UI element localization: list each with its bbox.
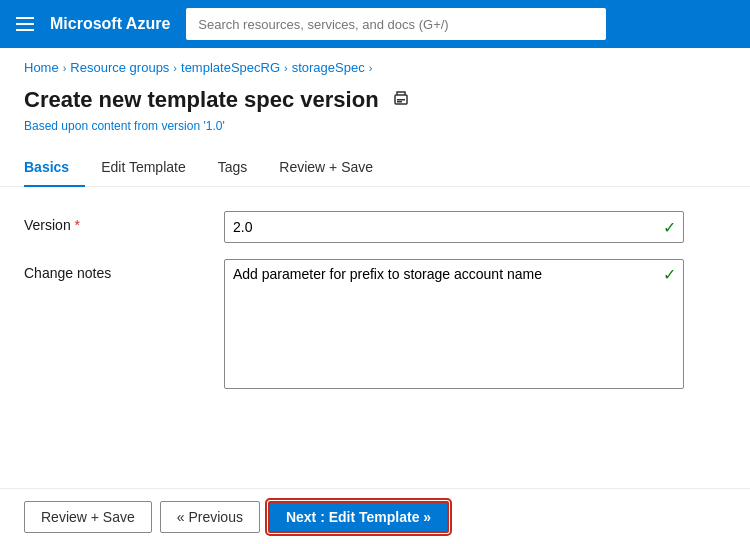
change-notes-input-group: Add parameter for prefix to storage acco…: [224, 259, 684, 389]
breadcrumb: Home › Resource groups › templateSpecRG …: [0, 48, 750, 79]
previous-button[interactable]: « Previous: [160, 501, 260, 533]
footer: Review + Save « Previous Next : Edit Tem…: [0, 488, 750, 544]
svg-rect-5: [397, 101, 402, 103]
review-save-button[interactable]: Review + Save: [24, 501, 152, 533]
breadcrumb-storage-spec[interactable]: storageSpec: [292, 60, 365, 75]
next-button[interactable]: Next : Edit Template »: [268, 501, 449, 533]
page-header: Create new template spec version: [0, 79, 750, 117]
page-subtitle: Based upon content from version '1.0': [0, 117, 750, 149]
breadcrumb-sep-1: ›: [63, 62, 67, 74]
version-input-group: ✓: [224, 211, 684, 243]
search-input[interactable]: [186, 8, 606, 40]
svg-rect-4: [397, 99, 405, 101]
svg-rect-2: [16, 29, 34, 31]
change-notes-check-icon: ✓: [663, 265, 676, 284]
print-icon[interactable]: [391, 88, 411, 113]
tab-basics[interactable]: Basics: [24, 149, 85, 187]
version-label: Version *: [24, 211, 224, 233]
tab-review-save[interactable]: Review + Save: [263, 149, 389, 187]
required-star: *: [75, 217, 80, 233]
page-title: Create new template spec version: [24, 87, 379, 113]
breadcrumb-sep-2: ›: [173, 62, 177, 74]
change-notes-row: Change notes Add parameter for prefix to…: [24, 259, 726, 389]
version-input[interactable]: [224, 211, 684, 243]
breadcrumb-template-spec-rg[interactable]: templateSpecRG: [181, 60, 280, 75]
breadcrumb-home[interactable]: Home: [24, 60, 59, 75]
svg-rect-0: [16, 17, 34, 19]
version-check-icon: ✓: [663, 218, 676, 237]
change-notes-textarea[interactable]: Add parameter for prefix to storage acco…: [224, 259, 684, 389]
form-area: Version * ✓ Change notes Add parameter f…: [0, 187, 750, 429]
version-field-wrapper: ✓: [224, 211, 684, 243]
tabs: Basics Edit Template Tags Review + Save: [0, 149, 750, 187]
breadcrumb-sep-4: ›: [369, 62, 373, 74]
breadcrumb-resource-groups[interactable]: Resource groups: [70, 60, 169, 75]
hamburger-menu[interactable]: [16, 17, 34, 31]
change-notes-label: Change notes: [24, 259, 224, 281]
breadcrumb-sep-3: ›: [284, 62, 288, 74]
main-content: Home › Resource groups › templateSpecRG …: [0, 48, 750, 544]
change-notes-wrapper: Add parameter for prefix to storage acco…: [224, 259, 684, 389]
tab-edit-template[interactable]: Edit Template: [85, 149, 202, 187]
topbar: Microsoft Azure: [0, 0, 750, 48]
svg-rect-1: [16, 23, 34, 25]
tab-tags[interactable]: Tags: [202, 149, 264, 187]
app-title: Microsoft Azure: [50, 15, 170, 33]
version-row: Version * ✓: [24, 211, 726, 243]
